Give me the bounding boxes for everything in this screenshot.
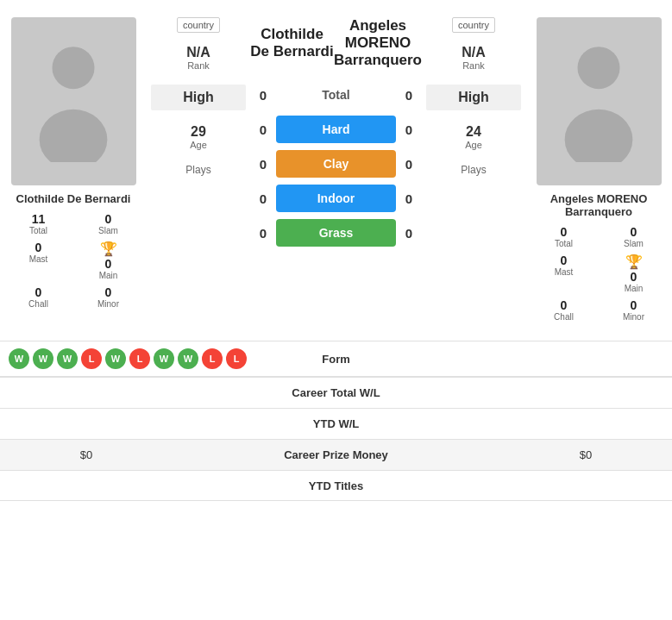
left-rank-label: Rank <box>186 60 210 71</box>
right-trophy-icon: 🏆 <box>600 254 668 270</box>
stat-row-right-0 <box>499 388 672 398</box>
left-main-label: Main <box>74 271 142 280</box>
left-high-block: High <box>151 85 246 110</box>
grass-surface-bar: Grass <box>276 219 396 247</box>
stat-row-left-1 <box>0 419 173 429</box>
right-main-cell: 🏆 0 Main <box>600 252 668 295</box>
right-mast-label: Mast <box>530 267 598 277</box>
left-plays-block: Plays <box>185 164 210 176</box>
main-container: Clothilde De Bernardi 11 Total 0 Slam 0 … <box>0 0 672 501</box>
stat-row-1: YTD W/L <box>0 408 672 439</box>
left-trophy-icon: 🏆 <box>74 241 142 257</box>
right-mast-cell: 0 Mast <box>530 252 598 295</box>
stat-row-left-2: $0 <box>0 443 173 467</box>
left-slam-label: Slam <box>74 226 142 235</box>
right-chall-cell: 0 Chall <box>530 297 598 323</box>
left-player-avatar <box>11 17 136 185</box>
center-scores: Clothilde De Bernardi Angeles MORENO Bar… <box>250 9 422 332</box>
right-total-value: 0 <box>530 225 598 239</box>
svg-point-3 <box>565 109 633 161</box>
left-chall-label: Chall <box>4 299 72 309</box>
right-slam-value: 0 <box>600 225 668 239</box>
players-section: Clothilde De Bernardi 11 Total 0 Slam 0 … <box>0 0 672 341</box>
hard-score-row: 0 Hard 0 <box>250 116 422 143</box>
stat-row-label-2: Career Prize Money <box>173 448 499 461</box>
form-label: Form <box>250 353 423 366</box>
left-rank-value: N/A <box>186 45 210 60</box>
right-chall-label: Chall <box>530 312 598 322</box>
bottom-stats: Career Total W/LYTD W/L$0Career Prize Mo… <box>0 377 672 501</box>
left-mid-stats: country N/A Rank High 29 Age Plays <box>147 9 250 332</box>
clay-score-row: 0 Clay 0 <box>250 150 422 178</box>
left-mast-cell: 0 Mast <box>4 239 72 282</box>
total-score-left: 0 <box>250 88 276 103</box>
right-minor-label: Minor <box>600 312 668 322</box>
right-minor-value: 0 <box>600 298 668 312</box>
left-slam-value: 0 <box>74 212 142 226</box>
right-player-name: Angeles MORENO Barranquero <box>530 192 668 218</box>
grass-score-row: 0 Grass 0 <box>250 219 422 247</box>
left-total-label: Total <box>4 226 72 235</box>
left-rank-block: N/A Rank <box>186 45 210 71</box>
left-total-cell: 11 Total <box>4 210 72 237</box>
form-badge-6: W <box>154 348 174 369</box>
right-plays-block: Plays <box>461 164 486 176</box>
form-badges: WWWLWLWWLL <box>9 348 250 369</box>
left-slam-cell: 0 Slam <box>74 210 142 237</box>
left-player-card: Clothilde De Bernardi 11 Total 0 Slam 0 … <box>0 9 147 332</box>
left-age-label: Age <box>190 140 207 150</box>
clay-score-left: 0 <box>250 157 276 172</box>
left-age-value: 29 <box>190 124 207 140</box>
hard-score-right: 0 <box>396 122 422 137</box>
left-age-block: 29 Age <box>190 124 207 150</box>
indoor-score-row: 0 Indoor 0 <box>250 185 422 212</box>
stat-row-label-1: YTD W/L <box>173 417 499 430</box>
right-age-label: Age <box>465 140 482 150</box>
right-chall-value: 0 <box>530 298 598 312</box>
form-badge-2: W <box>57 348 78 369</box>
player-names-row: Clothilde De Bernardi Angeles MORENO Bar… <box>250 17 422 69</box>
left-total-value: 11 <box>4 212 72 226</box>
svg-point-0 <box>53 47 95 89</box>
stat-row-left-0 <box>0 388 173 398</box>
right-minor-cell: 0 Minor <box>600 297 668 323</box>
clay-score-right: 0 <box>396 157 422 172</box>
grass-score-left: 0 <box>250 226 276 241</box>
right-total-label: Total <box>530 239 598 248</box>
indoor-score-left: 0 <box>250 191 276 206</box>
stat-row-right-2: $0 <box>499 443 672 467</box>
grass-score-right: 0 <box>396 226 422 241</box>
total-score-right: 0 <box>396 88 422 103</box>
form-badge-7: W <box>178 348 198 369</box>
svg-point-2 <box>578 47 620 89</box>
total-surface-bar: Total <box>276 81 396 109</box>
form-badge-8: L <box>202 348 223 369</box>
stat-row-3: YTD Titles <box>0 470 672 501</box>
left-chall-cell: 0 Chall <box>4 284 72 310</box>
center-right-name: Angeles MORENO Barranquero <box>334 17 422 69</box>
svg-point-1 <box>40 109 108 161</box>
right-high-value: High <box>443 90 504 105</box>
right-player-stats: 0 Total 0 Slam 0 Mast 🏆 0 Main 0 <box>530 223 668 323</box>
form-badge-9: L <box>226 348 247 369</box>
stat-row-label-3: YTD Titles <box>173 479 499 492</box>
form-badge-0: W <box>9 348 29 369</box>
right-mid-stats: country N/A Rank High 24 Age Plays <box>422 9 525 332</box>
right-mast-value: 0 <box>530 254 598 267</box>
stat-row-left-3 <box>0 480 173 491</box>
right-age-value: 24 <box>465 124 482 140</box>
left-player-stats: 11 Total 0 Slam 0 Mast 🏆 0 Main 0 <box>4 210 142 310</box>
right-player-avatar <box>537 17 662 185</box>
form-badge-3: L <box>81 348 102 369</box>
left-minor-label: Minor <box>74 299 142 309</box>
left-plays-label: Plays <box>185 164 210 176</box>
stat-row-right-1 <box>499 419 672 429</box>
hard-score-left: 0 <box>250 122 276 137</box>
clay-surface-bar: Clay <box>276 150 396 178</box>
left-mast-label: Mast <box>4 254 72 264</box>
right-player-card: Angeles MORENO Barranquero 0 Total 0 Sla… <box>525 9 672 332</box>
left-mast-value: 0 <box>4 241 72 254</box>
right-rank-block: N/A Rank <box>462 45 486 71</box>
left-main-value: 0 <box>74 257 142 271</box>
stat-row-2: $0Career Prize Money$0 <box>0 439 672 470</box>
